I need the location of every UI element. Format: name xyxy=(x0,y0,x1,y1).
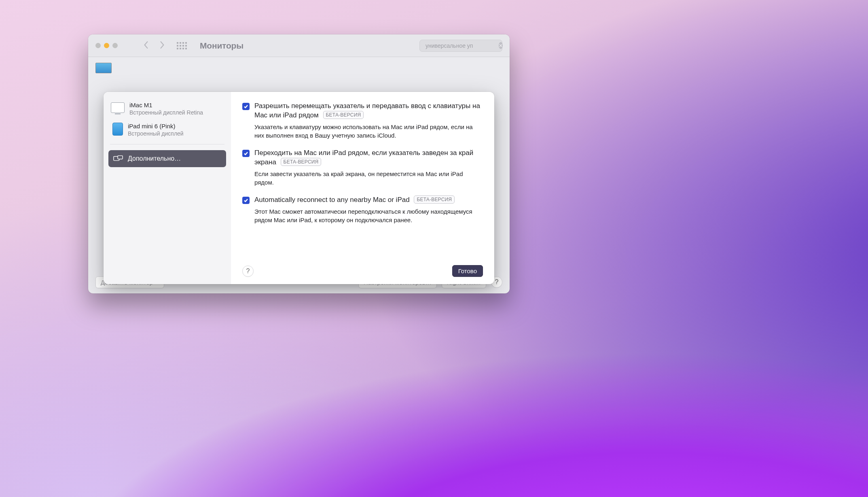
beta-badge: БЕТА-ВЕРСИЯ xyxy=(414,195,455,204)
ipad-icon xyxy=(112,123,123,136)
device-name: iPad mini 6 (Pink) xyxy=(128,123,184,130)
checkbox[interactable] xyxy=(242,150,250,157)
forward-button[interactable] xyxy=(159,41,165,50)
sheet-content: Разрешить перемещать указатель и передав… xyxy=(231,92,494,284)
option-description: Указатель и клавиатуру можно использоват… xyxy=(254,123,483,140)
option-auto-reconnect: Automatically reconnect to any nearby Ma… xyxy=(242,195,483,224)
option-title-text: Automatically reconnect to any nearby Ma… xyxy=(254,196,410,204)
svg-rect-3 xyxy=(118,155,123,159)
sheet-footer: ? Готово xyxy=(242,265,483,277)
device-subtitle: Встроенный дисплей Retina xyxy=(129,109,203,117)
window-body: клавишу Option. Для перемещения строки м… xyxy=(88,57,510,293)
imac-icon xyxy=(111,102,125,113)
minimize-window-button[interactable] xyxy=(104,43,109,48)
device-subtitle: Встроенный дисплей xyxy=(128,130,184,138)
displays-icon xyxy=(113,155,123,162)
option-description: Если завести указатель за край экрана, о… xyxy=(254,170,483,187)
device-name: iMac M1 xyxy=(129,102,203,109)
beta-badge: БЕТА-ВЕРСИЯ xyxy=(323,111,364,119)
clear-search-button[interactable]: ✕ xyxy=(499,42,503,49)
option-title: Automatically reconnect to any nearby Ma… xyxy=(254,195,483,205)
checkbox[interactable] xyxy=(242,103,250,110)
sheet-sidebar: iMac M1 Встроенный дисплей Retina iPad m… xyxy=(104,92,231,284)
search-input[interactable] xyxy=(426,42,496,49)
sheet-help-button[interactable]: ? xyxy=(242,265,254,277)
sidebar-item-advanced[interactable]: Дополнительно… xyxy=(108,150,226,167)
close-window-button[interactable] xyxy=(95,43,101,48)
option-title: Переходить на Mac или iPad рядом, если у… xyxy=(254,149,483,167)
traffic-lights xyxy=(95,43,118,48)
option-allow-pointer-keyboard: Разрешить перемещать указатель и передав… xyxy=(242,102,483,140)
sidebar-device-ipad[interactable]: iPad mini 6 (Pink) Встроенный дисплей xyxy=(108,120,226,141)
sidebar-advanced-label: Дополнительно… xyxy=(128,155,181,162)
nav-arrows xyxy=(143,41,165,50)
option-title: Разрешить перемещать указатель и передав… xyxy=(254,102,483,120)
option-push-through-edge: Переходить на Mac или iPad рядом, если у… xyxy=(242,149,483,187)
sidebar-device-imac[interactable]: iMac M1 Встроенный дисплей Retina xyxy=(108,99,226,120)
system-preferences-window: Мониторы ✕ клавишу Option. Для перемещен… xyxy=(88,34,510,293)
sidebar-divider xyxy=(110,144,224,144)
done-button[interactable]: Готово xyxy=(452,265,483,277)
search-field[interactable]: ✕ xyxy=(419,40,502,52)
option-title-text: Разрешить перемещать указатель и передав… xyxy=(254,102,480,119)
titlebar: Мониторы ✕ xyxy=(88,34,510,57)
zoom-window-button[interactable] xyxy=(112,43,118,48)
back-button[interactable] xyxy=(143,41,149,50)
beta-badge: БЕТА-ВЕРСИЯ xyxy=(281,158,322,166)
display-thumbnail[interactable] xyxy=(95,63,112,73)
checkbox[interactable] xyxy=(242,197,250,204)
window-title: Мониторы xyxy=(200,41,243,51)
show-all-prefs-button[interactable] xyxy=(177,42,187,49)
option-description: Этот Mac сможет автоматически переподклю… xyxy=(254,207,483,224)
advanced-settings-sheet: iMac M1 Встроенный дисплей Retina iPad m… xyxy=(104,92,494,284)
